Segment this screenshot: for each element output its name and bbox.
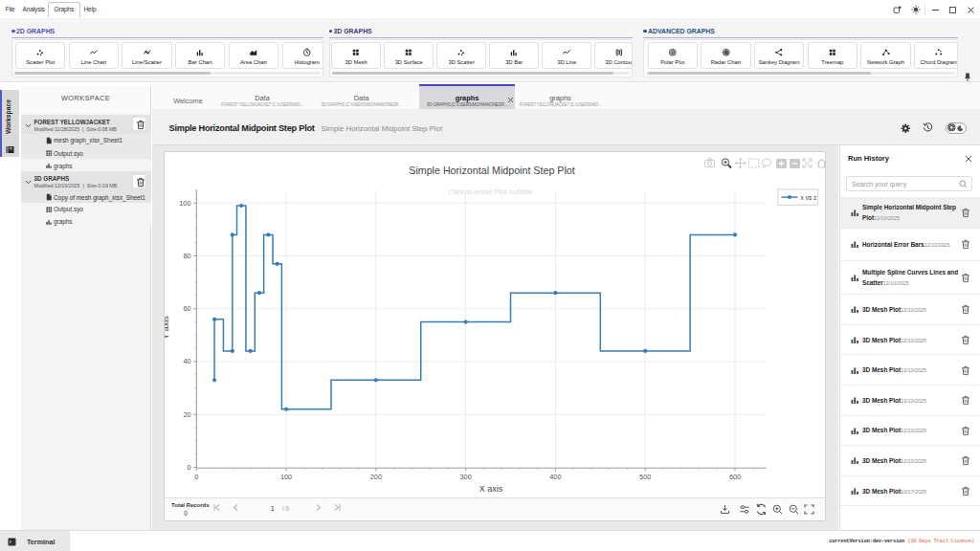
svg-text:Click to enter Plot subtitle: Click to enter Plot subtitle bbox=[449, 187, 533, 196]
svg-text:80: 80 bbox=[183, 252, 190, 260]
svg-text:0: 0 bbox=[187, 463, 190, 472]
svg-text:0: 0 bbox=[194, 473, 198, 481]
svg-text:X axis: X axis bbox=[479, 484, 503, 494]
svg-text:20: 20 bbox=[183, 410, 190, 419]
svg-text:x vs z: x vs z bbox=[801, 194, 817, 201]
svg-text:Simple Horizontal Midpoint Ste: Simple Horizontal Midpoint Step Plot bbox=[409, 165, 574, 176]
svg-text:500: 500 bbox=[639, 473, 651, 481]
svg-text:600: 600 bbox=[729, 473, 741, 481]
svg-text:Y axis: Y axis bbox=[165, 316, 170, 340]
svg-text:100: 100 bbox=[179, 199, 190, 208]
svg-text:100: 100 bbox=[280, 473, 292, 481]
svg-text:200: 200 bbox=[370, 473, 382, 481]
svg-text:40: 40 bbox=[183, 357, 190, 365]
svg-text:400: 400 bbox=[549, 473, 561, 481]
svg-text:60: 60 bbox=[183, 304, 190, 313]
svg-text:300: 300 bbox=[460, 473, 472, 481]
